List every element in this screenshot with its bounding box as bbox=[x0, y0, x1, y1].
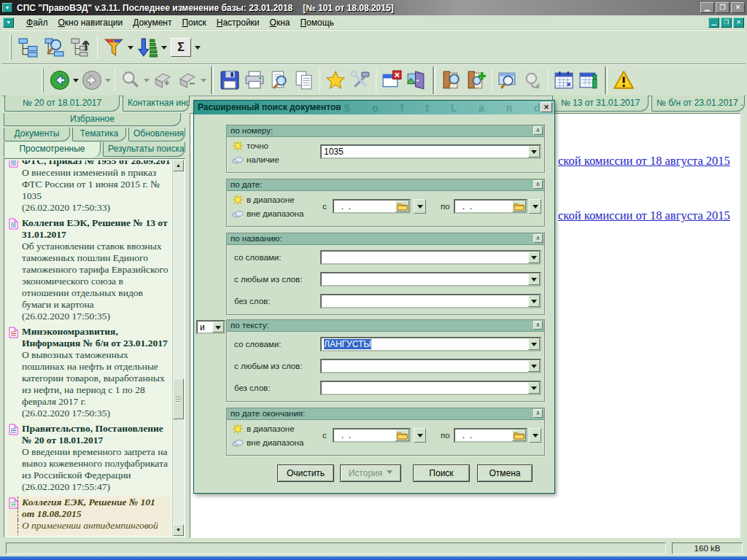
close-window-icon[interactable] bbox=[379, 67, 404, 93]
forward-icon[interactable] bbox=[80, 67, 104, 93]
favorites-star-icon[interactable] bbox=[323, 67, 348, 93]
print-icon[interactable] bbox=[242, 67, 267, 93]
text-any-input[interactable] bbox=[320, 359, 541, 373]
collapse-icon[interactable]: ∧ bbox=[533, 409, 543, 418]
logic-operator-select[interactable]: и bbox=[196, 320, 225, 334]
bookmark-dropdown-icon[interactable] bbox=[200, 68, 207, 93]
dropdown-icon[interactable] bbox=[528, 295, 540, 307]
tab-themes[interactable]: Тематика bbox=[72, 128, 126, 141]
name-without-input[interactable] bbox=[320, 294, 541, 308]
sort-dropdown-icon[interactable] bbox=[160, 35, 168, 60]
calendar-icon[interactable] bbox=[551, 67, 576, 93]
calendar-folder-icon[interactable] bbox=[395, 201, 409, 212]
tab-contact-info[interactable]: Контактная инфор... bbox=[123, 96, 190, 112]
option-in-range[interactable]: в диапазоне bbox=[232, 424, 295, 434]
tab-doc-13[interactable]: № 13 от 31.01.2017 bbox=[552, 96, 649, 112]
tab-doc-bn[interactable]: № б/н от 23.01.2017 ... bbox=[651, 96, 745, 112]
book-add-icon[interactable] bbox=[464, 67, 489, 93]
child-system-menu-icon[interactable]: ▾ bbox=[3, 18, 14, 28]
collapse-icon[interactable]: ∧ bbox=[533, 180, 543, 189]
option-in-range[interactable]: в диапазоне bbox=[232, 195, 295, 205]
document-link-1[interactable]: ской комиссии от 18 августа 2015 bbox=[558, 154, 730, 168]
save-floppy-icon[interactable] bbox=[217, 67, 242, 93]
dropdown-icon[interactable] bbox=[528, 252, 540, 263]
toolbar-grip2[interactable] bbox=[42, 68, 44, 93]
history-button[interactable]: История bbox=[340, 464, 401, 482]
number-dropdown-icon[interactable] bbox=[528, 146, 540, 158]
list-scrollbar[interactable]: ▲ ▼ bbox=[172, 160, 184, 536]
maximize-button[interactable]: ❐ bbox=[716, 2, 729, 13]
forward-dropdown-icon[interactable] bbox=[104, 68, 112, 93]
operator-dropdown-icon[interactable] bbox=[212, 322, 224, 332]
zoom-dropdown-icon[interactable] bbox=[143, 68, 150, 93]
menu-document[interactable]: Документ bbox=[128, 16, 177, 29]
menu-file[interactable]: Файл bbox=[21, 16, 53, 29]
end-date-to-input[interactable]: . . bbox=[454, 428, 527, 443]
close-button[interactable]: ✕ bbox=[731, 2, 745, 13]
option-out-range[interactable]: вне диапазона bbox=[232, 209, 303, 219]
child-close-button[interactable]: ✕ bbox=[733, 18, 744, 28]
sum-dropdown-icon[interactable] bbox=[194, 35, 201, 60]
tab-updates[interactable]: Обновления bbox=[128, 128, 185, 141]
document-list[interactable]: ФТС, Приказ № 1955 от 28.09.2015 О внесе… bbox=[6, 160, 171, 535]
end-date-from-dropdown-icon[interactable] bbox=[414, 428, 426, 443]
back-dropdown-icon[interactable] bbox=[72, 68, 80, 93]
document-title[interactable]: ФТС, Приказ № 1955 от 28.09.2015 bbox=[22, 160, 170, 167]
tree-structure-icon[interactable] bbox=[15, 34, 42, 61]
dropdown-icon[interactable] bbox=[528, 273, 540, 285]
document-summary[interactable]: О вывозных таможенных пошлинах на нефть … bbox=[22, 349, 170, 408]
search-button[interactable]: Поиск bbox=[413, 464, 470, 482]
selected-text[interactable]: ЛАНГУСТЫ bbox=[324, 339, 371, 349]
document-title[interactable]: Правительство, Постановление № 20 от 18.… bbox=[22, 423, 170, 446]
tab-search-results[interactable]: Результаты поиска bbox=[103, 142, 185, 157]
book-search-icon[interactable] bbox=[439, 67, 464, 93]
sum-sigma-icon[interactable]: Σ bbox=[168, 34, 194, 61]
document-summary[interactable]: О применении антидемпинговой меры в отно… bbox=[18, 520, 170, 535]
date-from-dropdown-icon[interactable] bbox=[414, 199, 426, 214]
calendar-info-icon[interactable] bbox=[576, 67, 601, 93]
scroll-down-icon[interactable]: ▼ bbox=[173, 524, 184, 536]
document-summary[interactable]: О внесении изменений в приказ ФТС России… bbox=[22, 167, 170, 202]
document-link-2[interactable]: ской комиссии от 18 августа 2015 bbox=[558, 209, 730, 223]
warning-icon[interactable] bbox=[611, 67, 636, 93]
tab-documents[interactable]: Документы bbox=[4, 128, 70, 141]
clear-button[interactable]: Очистить bbox=[277, 464, 334, 482]
dropdown-icon[interactable] bbox=[528, 382, 540, 394]
document-title[interactable]: Минэкономразвития, Информация № б/н от 2… bbox=[22, 326, 170, 349]
zoom-search-icon[interactable] bbox=[118, 67, 143, 93]
filter-dropdown-icon[interactable] bbox=[127, 35, 134, 60]
document-summary[interactable]: Об установлении ставок ввозных таможенны… bbox=[22, 241, 170, 311]
text-without-input[interactable] bbox=[320, 381, 541, 395]
number-input[interactable]: 1035 bbox=[320, 144, 541, 159]
menu-windows[interactable]: Окна bbox=[265, 16, 295, 29]
sort-descending-icon[interactable] bbox=[134, 34, 160, 61]
list-item-5-selected[interactable]: Коллегия ЕЭК, Решение № 101 от 18.08.201… bbox=[7, 497, 170, 535]
collapse-icon[interactable]: ∧ bbox=[533, 321, 543, 330]
list-item-4[interactable]: Правительство, Постановление № 20 от 18.… bbox=[7, 423, 170, 493]
list-item-3[interactable]: Минэкономразвития, Информация № б/н от 2… bbox=[7, 326, 170, 419]
exit-door-icon[interactable] bbox=[404, 67, 429, 93]
name-any-input[interactable] bbox=[320, 272, 541, 287]
system-menu-icon[interactable]: ▾ bbox=[2, 3, 12, 12]
cancel-button[interactable]: Отмена bbox=[477, 464, 533, 482]
dropdown-icon[interactable] bbox=[528, 360, 540, 372]
tab-viewed[interactable]: Просмотренные bbox=[4, 142, 101, 158]
dropdown-icon[interactable] bbox=[528, 338, 540, 350]
tree-search-icon[interactable] bbox=[42, 34, 68, 61]
document-title[interactable]: Коллегия ЕЭК, Решение № 13 от 31.01.2017 bbox=[22, 217, 170, 241]
calendar-folder-icon[interactable] bbox=[395, 429, 409, 441]
name-with-input[interactable] bbox=[320, 250, 541, 265]
tab-doc-20[interactable]: № 20 от 18.01.2017 bbox=[4, 96, 120, 112]
option-exact[interactable]: точно bbox=[232, 141, 268, 151]
minimize-button[interactable]: ▁ bbox=[700, 2, 714, 13]
menu-search[interactable]: Поиск bbox=[177, 16, 211, 29]
tree-collapse-icon[interactable] bbox=[68, 34, 94, 61]
copy-pages-icon[interactable] bbox=[292, 67, 317, 93]
search-refresh-icon[interactable] bbox=[520, 67, 545, 93]
bookmark-remove-icon[interactable] bbox=[175, 67, 200, 93]
option-present[interactable]: наличие bbox=[232, 155, 279, 165]
end-date-from-input[interactable]: . . bbox=[333, 428, 411, 443]
print-preview-icon[interactable] bbox=[267, 67, 292, 93]
tab-favorites[interactable]: Избранное bbox=[4, 113, 181, 126]
child-minimize-button[interactable]: ▁ bbox=[708, 18, 719, 28]
